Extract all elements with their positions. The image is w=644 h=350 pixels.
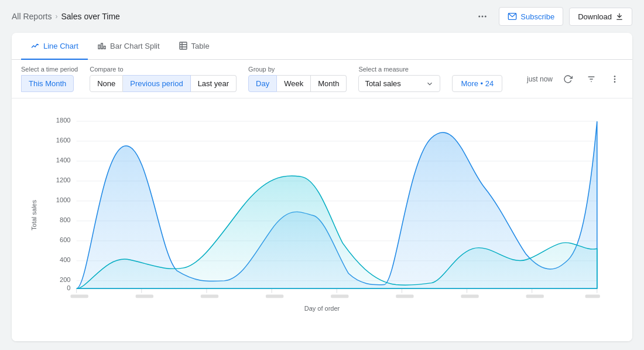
svg-text:0: 0 xyxy=(67,284,70,291)
time-period-label: Select a time period xyxy=(21,66,78,73)
top-actions: Subscribe Download xyxy=(472,6,632,27)
this-month-button[interactable]: This Month xyxy=(21,75,74,92)
svg-rect-52 xyxy=(331,295,348,298)
filter-icon xyxy=(587,74,596,84)
svg-rect-54 xyxy=(461,295,478,298)
svg-rect-51 xyxy=(266,295,283,298)
svg-rect-7 xyxy=(101,43,103,49)
controls-right: just now xyxy=(527,71,623,87)
group-by-label: Group by xyxy=(248,66,347,73)
measure-select[interactable]: Total sales xyxy=(358,75,440,92)
refresh-button[interactable] xyxy=(560,71,576,87)
tab-line-chart[interactable]: Line Chart xyxy=(21,33,88,60)
options-button[interactable] xyxy=(607,71,623,87)
measure-group: Select a measure Total sales xyxy=(358,66,440,92)
status-text: just now xyxy=(527,75,553,83)
compare-previous-button[interactable]: Previous period xyxy=(123,75,190,92)
group-month-button[interactable]: Month xyxy=(311,75,347,92)
x-axis-label: Day of order xyxy=(23,305,621,312)
download-button[interactable]: Download xyxy=(569,8,632,26)
chart-wrap: Total sales 0 200 400 xyxy=(23,110,621,335)
subscribe-label: Subscribe xyxy=(520,12,554,21)
breadcrumb-chevron: › xyxy=(55,12,57,21)
group-by-buttons: Day Week Month xyxy=(248,75,347,92)
group-week-button[interactable]: Week xyxy=(277,75,311,92)
svg-text:1000: 1000 xyxy=(56,196,71,203)
compare-buttons: None Previous period Last year xyxy=(90,75,237,92)
vertical-dots-icon xyxy=(610,74,619,84)
group-by-group: Group by Day Week Month xyxy=(248,66,347,92)
svg-text:1400: 1400 xyxy=(56,157,71,164)
chevron-down-icon xyxy=(426,80,434,88)
tab-bar-chart-split[interactable]: Bar Chart Split xyxy=(88,33,169,60)
svg-text:1800: 1800 xyxy=(56,117,71,124)
measure-label: Select a measure xyxy=(358,66,440,73)
svg-rect-6 xyxy=(98,45,100,49)
time-period-buttons: This Month xyxy=(21,75,78,92)
tabs-row: Line Chart Bar Chart Split Table xyxy=(12,33,632,60)
svg-point-16 xyxy=(614,76,616,77)
measure-value: Total sales xyxy=(365,79,400,88)
svg-rect-48 xyxy=(71,295,88,298)
svg-text:400: 400 xyxy=(60,256,71,263)
y-axis-label: Total sales xyxy=(30,200,37,230)
svg-rect-55 xyxy=(526,295,544,298)
svg-point-0 xyxy=(479,16,481,18)
chart-svg: 0 200 400 600 800 1000 1200 1400 1600 18… xyxy=(23,110,609,310)
more-dots-button[interactable] xyxy=(472,6,493,27)
more-button[interactable]: More • 24 xyxy=(452,75,502,92)
top-bar: All Reports › Sales over Time Subscribe … xyxy=(0,0,644,33)
filter-button[interactable] xyxy=(583,71,600,87)
svg-rect-50 xyxy=(201,295,218,298)
tab-table-label: Table xyxy=(191,42,210,50)
tab-bar-chart-split-label: Bar Chart Split xyxy=(110,42,160,50)
compare-none-button[interactable]: None xyxy=(90,75,123,92)
compare-to-label: Compare to xyxy=(90,66,237,73)
subscribe-button[interactable]: Subscribe xyxy=(499,7,563,26)
more-group: More • 24 xyxy=(452,66,502,92)
svg-text:1200: 1200 xyxy=(56,176,71,184)
svg-rect-56 xyxy=(585,295,600,298)
breadcrumb: All Reports › Sales over Time xyxy=(12,12,120,21)
group-day-button[interactable]: Day xyxy=(248,75,277,92)
svg-point-18 xyxy=(614,81,616,83)
svg-text:200: 200 xyxy=(60,276,71,283)
table-icon xyxy=(179,41,188,50)
svg-point-1 xyxy=(482,16,484,18)
refresh-icon xyxy=(563,74,573,84)
svg-text:1600: 1600 xyxy=(56,137,71,144)
download-label: Download xyxy=(578,12,612,21)
svg-point-17 xyxy=(614,78,616,80)
bar-chart-split-icon xyxy=(97,41,107,50)
breadcrumb-current: Sales over Time xyxy=(61,12,119,21)
breadcrumb-parent[interactable]: All Reports xyxy=(12,12,52,21)
svg-rect-49 xyxy=(136,295,153,298)
chart-panel: Line Chart Bar Chart Split Table Select … xyxy=(12,33,632,341)
compare-lastyear-button[interactable]: Last year xyxy=(191,75,237,92)
chart-container: Total sales 0 200 400 xyxy=(12,98,632,341)
line-chart-icon xyxy=(30,41,40,50)
main-content: Line Chart Bar Chart Split Table Select … xyxy=(0,33,644,341)
tab-table[interactable]: Table xyxy=(169,33,219,60)
svg-text:800: 800 xyxy=(60,216,71,223)
svg-point-2 xyxy=(485,16,487,18)
svg-rect-8 xyxy=(104,46,105,49)
svg-text:600: 600 xyxy=(60,236,71,243)
svg-rect-53 xyxy=(396,295,413,298)
time-period-group: Select a time period This Month xyxy=(21,66,78,92)
svg-rect-9 xyxy=(180,42,187,49)
compare-to-group: Compare to None Previous period Last yea… xyxy=(90,66,237,92)
tab-line-chart-label: Line Chart xyxy=(43,42,78,50)
controls-row: Select a time period This Month Compare … xyxy=(12,60,632,98)
